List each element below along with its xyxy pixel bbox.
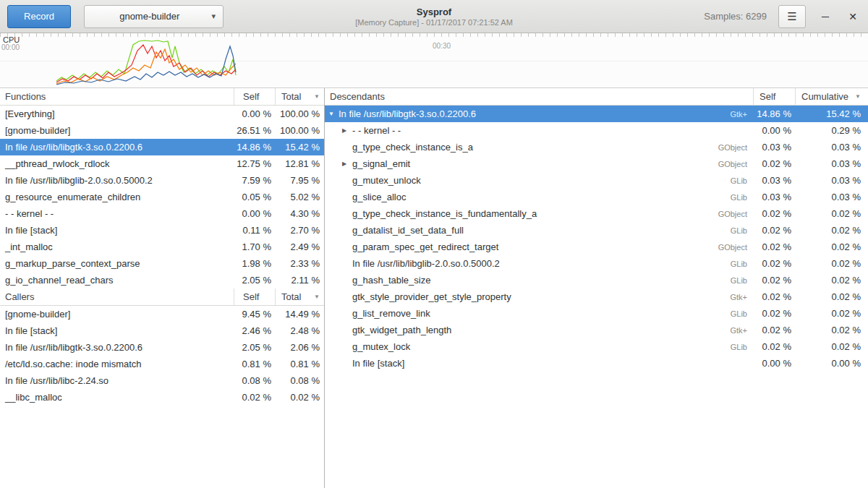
self-column-header[interactable]: Self	[753, 88, 795, 105]
table-row[interactable]: - - kernel - -0.00 %4.30 %	[0, 205, 324, 222]
cumulative-value: 0.02 %	[795, 275, 868, 286]
self-value: 0.00 %	[753, 358, 795, 369]
descendant-name-cell: ▶g_signal_emitGObject	[325, 158, 753, 169]
cumulative-value: 0.02 %	[795, 308, 868, 319]
record-button[interactable]: Record	[7, 5, 71, 28]
table-row[interactable]: In file [stack]2.46 %2.48 %	[0, 322, 324, 339]
functions-column-header[interactable]: Functions	[0, 88, 234, 105]
descendant-row[interactable]: g_type_check_instance_is_fundamentally_a…	[325, 205, 868, 222]
function-name: In file [stack]	[0, 225, 234, 236]
table-row[interactable]: g_io_channel_read_chars2.05 %2.11 %	[0, 272, 324, 288]
total-column-header[interactable]: Total ▼	[275, 288, 324, 305]
table-row[interactable]: [gnome-builder]9.45 %14.49 %	[0, 306, 324, 322]
descendant-row[interactable]: In file [stack]0.00 %0.00 %	[325, 355, 868, 372]
function-name: __pthread_rwlock_rdlock	[0, 158, 234, 169]
descendant-name-cell: g_hash_table_sizeGLib	[325, 275, 753, 286]
expander-collapsed-icon[interactable]: ▶	[342, 127, 352, 134]
self-value: 0.02 %	[753, 291, 795, 302]
descendants-column-header[interactable]: Descendants	[325, 88, 753, 105]
table-row[interactable]: __libc_malloc0.02 %0.02 %	[0, 389, 324, 406]
process-selector[interactable]: gnome-builder ▾	[84, 5, 224, 28]
table-row[interactable]: [gnome-builder]26.51 %100.00 %	[0, 122, 324, 139]
expander-expanded-icon[interactable]: ▼	[328, 111, 339, 117]
descendant-name-cell: ▼In file /usr/lib/libgtk-3.so.0.2200.6Gt…	[325, 108, 753, 119]
self-value: 2.05 %	[234, 275, 275, 286]
function-name: g_resource_enumerate_children	[0, 192, 234, 202]
total-column-label: Total	[281, 91, 301, 102]
table-row[interactable]: In file /usr/lib/libc-2.24.so0.08 %0.08 …	[0, 372, 324, 389]
descendant-name-cell: g_mutex_unlockGLib	[325, 175, 753, 186]
cumulative-value: 0.03 %	[795, 142, 868, 153]
library-tag: GLib	[731, 176, 753, 185]
table-row[interactable]: g_markup_parse_context_parse1.98 %2.33 %	[0, 255, 324, 272]
total-value: 2.48 %	[275, 325, 324, 336]
table-row[interactable]: __pthread_rwlock_rdlock12.75 %12.81 %	[0, 155, 324, 172]
table-row[interactable]: In file /usr/lib/libglib-2.0.so.0.5000.2…	[0, 172, 324, 189]
close-button[interactable]: ✕	[845, 11, 861, 22]
total-column-header[interactable]: Total ▼	[275, 88, 324, 105]
descendant-row[interactable]: ▶g_signal_emitGObject0.02 %0.03 %	[325, 155, 868, 172]
function-name: [gnome-builder]	[0, 125, 234, 136]
descendant-row[interactable]: g_slice_allocGLib0.03 %0.03 %	[325, 189, 868, 205]
table-row[interactable]: [Everything]0.00 %100.00 %	[0, 106, 324, 122]
descendant-row[interactable]: g_list_remove_linkGLib0.02 %0.02 %	[325, 305, 868, 322]
menu-icon: ☰	[787, 10, 796, 23]
descendant-row[interactable]: g_type_check_instance_is_aGObject0.03 %0…	[325, 139, 868, 155]
self-value: 0.03 %	[753, 192, 795, 202]
descendant-row[interactable]: g_hash_table_sizeGLib0.02 %0.02 %	[325, 272, 868, 288]
library-tag: GObject	[718, 210, 753, 218]
descendant-name-cell: In file /usr/lib/libglib-2.0.so.0.5000.2…	[325, 258, 753, 269]
library-tag: GLib	[731, 343, 753, 351]
self-value: 7.59 %	[234, 175, 275, 186]
table-row[interactable]: In file [stack]0.11 %2.70 %	[0, 222, 324, 239]
descendant-row[interactable]: gtk_widget_path_lengthGtk+0.02 %0.02 %	[325, 322, 868, 338]
function-name: In file [stack]	[0, 325, 234, 336]
descendant-row[interactable]: ▼In file /usr/lib/libgtk-3.so.0.2200.6Gt…	[325, 106, 868, 122]
self-value: 0.02 %	[753, 208, 795, 219]
table-row[interactable]: In file /usr/lib/libgtk-3.so.0.2200.614.…	[0, 139, 324, 155]
function-name: In file /usr/lib/libc-2.24.so	[0, 375, 234, 386]
self-column-header[interactable]: Self	[234, 288, 275, 305]
function-name: In file [stack]	[352, 358, 404, 369]
descendant-row[interactable]: g_datalist_id_set_data_fullGLib0.02 %0.0…	[325, 222, 868, 239]
cpu-graph[interactable]: CPU 00:00 00:30	[0, 33, 868, 88]
cumulative-column-header[interactable]: Cumulative ▼	[795, 88, 868, 105]
total-value: 15.42 %	[275, 142, 324, 153]
self-value: 0.02 %	[753, 241, 795, 252]
function-name: g_mutex_lock	[352, 341, 410, 352]
cumulative-value: 0.03 %	[795, 158, 868, 169]
function-name: g_signal_emit	[352, 158, 410, 169]
total-value: 100.00 %	[275, 125, 324, 136]
descendant-row[interactable]: gtk_style_provider_get_style_propertyGtk…	[325, 288, 868, 305]
table-row[interactable]: In file /usr/lib/libgtk-3.so.0.2200.62.0…	[0, 339, 324, 356]
descendant-row[interactable]: g_param_spec_get_redirect_targetGObject0…	[325, 239, 868, 255]
descendant-row[interactable]: g_mutex_unlockGLib0.03 %0.03 %	[325, 172, 868, 189]
descendant-row[interactable]: ▶- - kernel - -0.00 %0.29 %	[325, 122, 868, 139]
total-value: 4.30 %	[275, 208, 324, 219]
library-tag: GObject	[718, 143, 753, 152]
table-row[interactable]: /etc/ld.so.cache: inode mismatch0.81 %0.…	[0, 356, 324, 372]
descendant-row[interactable]: g_mutex_lockGLib0.02 %0.02 %	[325, 338, 868, 355]
functions-table: [Everything]0.00 %100.00 %[gnome-builder…	[0, 106, 324, 288]
total-value: 5.02 %	[275, 192, 324, 202]
library-tag: Gtk+	[730, 110, 753, 119]
table-row[interactable]: g_resource_enumerate_children0.05 %5.02 …	[0, 189, 324, 205]
minimize-button[interactable]: ─	[817, 11, 833, 22]
table-row[interactable]: _int_malloc1.70 %2.49 %	[0, 239, 324, 255]
expander-collapsed-icon[interactable]: ▶	[342, 160, 352, 167]
function-name: [Everything]	[0, 108, 234, 119]
callers-column-header[interactable]: Callers	[0, 288, 234, 305]
cpu-green-line	[56, 40, 236, 81]
total-value: 2.70 %	[275, 225, 324, 236]
self-value: 0.11 %	[234, 225, 275, 236]
menu-button[interactable]: ☰	[778, 5, 806, 28]
self-column-header[interactable]: Self	[234, 88, 275, 105]
descendant-name-cell: g_list_remove_linkGLib	[325, 308, 753, 319]
capture-subtitle: [Memory Capture] - 01/17/2017 07:21:52 A…	[355, 18, 513, 27]
descendant-row[interactable]: In file /usr/lib/libglib-2.0.so.0.5000.2…	[325, 255, 868, 272]
self-value: 0.03 %	[753, 142, 795, 153]
total-value: 14.49 %	[275, 309, 324, 320]
descendant-name-cell: g_param_spec_get_redirect_targetGObject	[325, 241, 753, 252]
descendant-name-cell: g_mutex_lockGLib	[325, 341, 753, 352]
function-name: In file /usr/lib/libgtk-3.so.0.2200.6	[0, 142, 234, 153]
